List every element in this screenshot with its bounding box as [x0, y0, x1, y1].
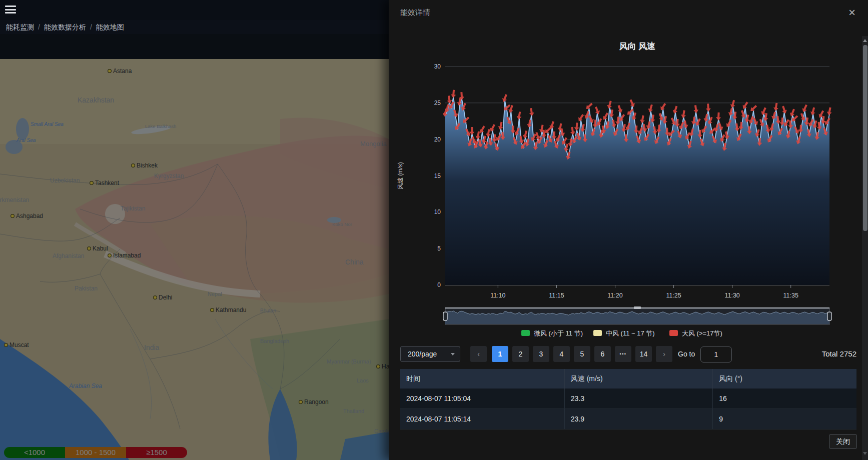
table-cell: 2024-08-07 11:05:14	[400, 409, 564, 430]
col-direction: 风向 (°)	[713, 369, 856, 388]
page-button-6[interactable]: 6	[594, 346, 611, 362]
hamburger-menu-icon[interactable]	[5, 6, 16, 14]
drawer-title: 能效详情	[400, 8, 430, 18]
y-tick-label: 5	[437, 245, 441, 252]
x-tick-label: 11:30	[724, 292, 739, 299]
scrollbar-thumb[interactable]	[863, 45, 867, 231]
y-tick-label: 20	[434, 136, 441, 143]
map-country-label: Koko Nor	[332, 222, 352, 227]
map-country-label: Pakistan	[75, 285, 98, 292]
close-button[interactable]: 关闭	[829, 434, 857, 449]
table-header-row: 时间 风速 (m/s) 风向 (°)	[400, 369, 856, 388]
chart-legend-item[interactable]: 大风 (>=17节)	[669, 330, 722, 337]
svg-text:中风 (11 ~ 17 节): 中风 (11 ~ 17 节)	[606, 330, 655, 337]
page-button-1[interactable]: 1	[492, 346, 508, 362]
map-legend-segment: 1000 - 1500	[65, 447, 126, 458]
map-sea-label: Small Aral Sea	[31, 122, 64, 127]
breadcrumb-separator: /	[38, 23, 40, 31]
svg-text:Bishkek: Bishkek	[137, 162, 158, 169]
map-sea-label: Arabian Sea	[69, 382, 102, 390]
table-row[interactable]: 2024-08-07 11:05:0423.316	[400, 388, 856, 409]
chart-title: 风向 风速	[619, 42, 656, 51]
page-size-select[interactable]: 200/page	[400, 346, 460, 362]
map-city-marker[interactable]: Ashgabad	[11, 212, 43, 220]
col-speed: 风速 (m/s)	[564, 369, 712, 388]
map-country-label: Afghanistan	[53, 252, 84, 260]
breadcrumb-separator: /	[90, 23, 92, 31]
next-page-button[interactable]: ›	[656, 346, 672, 362]
map-sea-label: Aral Sea	[16, 138, 36, 143]
scrollbar-up-icon[interactable]	[863, 39, 867, 42]
svg-text:Islamabad: Islamabad	[113, 252, 141, 259]
y-tick-label: 25	[434, 100, 441, 106]
energy-map[interactable]: KazakhstanMongoliaUzbekistanKyrgyzstanTu…	[0, 59, 389, 460]
map-legend-segment: ≥1500	[126, 447, 187, 458]
map-country-label: Kazakhstan	[78, 96, 114, 104]
page-button-4[interactable]: 4	[553, 346, 570, 362]
svg-text:Ashgabad: Ashgabad	[16, 212, 43, 220]
goto-page-input[interactable]	[700, 346, 732, 362]
table-cell: 16	[713, 388, 856, 409]
page-size-value: 200/page	[408, 350, 437, 358]
wind-data-table: 时间 风速 (m/s) 风向 (°) 2024-08-07 11:05:0423…	[400, 369, 856, 430]
breadcrumb-item[interactable]: 能效数据分析	[44, 23, 86, 31]
x-tick-label: 11:25	[666, 292, 681, 299]
svg-text:大风 (>=17节): 大风 (>=17节)	[682, 330, 722, 337]
breadcrumb-item[interactable]: 能耗监测	[6, 23, 34, 31]
datazoom-right-handle[interactable]	[827, 312, 831, 320]
pagination: 200/page ‹123456•••14› Go to Total 2752	[389, 346, 856, 362]
map-country-label: Myanmar (Burma)	[327, 358, 371, 364]
total-count: Total 2752	[739, 346, 856, 362]
datazoom-left-handle[interactable]	[443, 312, 447, 320]
y-tick-label: 30	[434, 63, 441, 70]
svg-text:Muscat: Muscat	[10, 342, 29, 348]
svg-text:Kathmandu: Kathmandu	[216, 306, 246, 314]
map-country-label: Thailand	[343, 408, 364, 414]
chart-legend-item[interactable]: 微风 (小于 11 节)	[521, 330, 583, 337]
x-tick-label: 11:20	[607, 292, 622, 299]
map-legend-segment: <1000	[4, 447, 65, 458]
map-country-label: Lake Balkhash	[145, 124, 176, 129]
datazoom-slider[interactable]	[443, 306, 831, 324]
x-tick-label: 11:35	[783, 292, 798, 299]
prev-page-button[interactable]: ‹	[470, 346, 487, 362]
more-pages-button[interactable]: •••	[615, 346, 631, 362]
map-country-label: Nepal	[208, 291, 222, 297]
close-icon[interactable]: ×	[845, 6, 859, 20]
map-country-label: India	[144, 344, 160, 352]
map-city-marker[interactable]: Islamabad	[108, 252, 141, 259]
scrollbar-down-icon[interactable]	[863, 452, 867, 455]
datazoom-middle-grip[interactable]	[634, 306, 641, 309]
chevron-down-icon	[451, 353, 455, 356]
map-country-label: China	[345, 258, 364, 266]
x-tick-label: 11:15	[549, 292, 564, 299]
svg-text:Tashkent: Tashkent	[95, 180, 120, 186]
page-button-5[interactable]: 5	[574, 346, 590, 362]
col-time: 时间	[400, 369, 564, 388]
map-city-marker[interactable]: Kathmandu	[211, 306, 247, 314]
detail-drawer: 能效详情 × 风向 风速风速 (m/s)05101520253011:1011:…	[389, 0, 868, 460]
breadcrumb: 能耗监测/能效数据分析/能效地图	[6, 20, 124, 34]
wind-chart: 风向 风速风速 (m/s)05101520253011:1011:1511:20…	[389, 30, 868, 342]
goto-label: Go to	[678, 346, 695, 362]
table-cell: 9	[713, 409, 856, 430]
y-axis-title: 风速 (m/s)	[397, 162, 404, 190]
map-country-label: Bhutan	[260, 308, 276, 314]
y-tick-label: 15	[434, 172, 441, 180]
map-country-label: Mongolia	[360, 140, 387, 148]
map-country-label: Bangladesh	[260, 338, 289, 344]
map-country-label: Laos	[357, 378, 369, 384]
svg-text:微风 (小于 11 节): 微风 (小于 11 节)	[534, 330, 583, 337]
table-cell: 2024-08-07 11:05:04	[400, 388, 564, 409]
drawer-scrollbar[interactable]	[862, 36, 868, 460]
page-button-2[interactable]: 2	[512, 346, 529, 362]
map-country-label: Tajikistan	[121, 205, 145, 212]
svg-text:Rangoon: Rangoon	[304, 398, 329, 406]
page-button-14[interactable]: 14	[635, 346, 652, 362]
svg-text:Kabul: Kabul	[93, 245, 108, 252]
chart-legend-item[interactable]: 中风 (11 ~ 17 节)	[593, 330, 655, 337]
table-row[interactable]: 2024-08-07 11:05:1423.99	[400, 409, 856, 430]
map-country-label: Kyrgyzstan	[154, 172, 184, 180]
page-button-3[interactable]: 3	[533, 346, 549, 362]
svg-text:Ha: Ha	[382, 363, 389, 370]
